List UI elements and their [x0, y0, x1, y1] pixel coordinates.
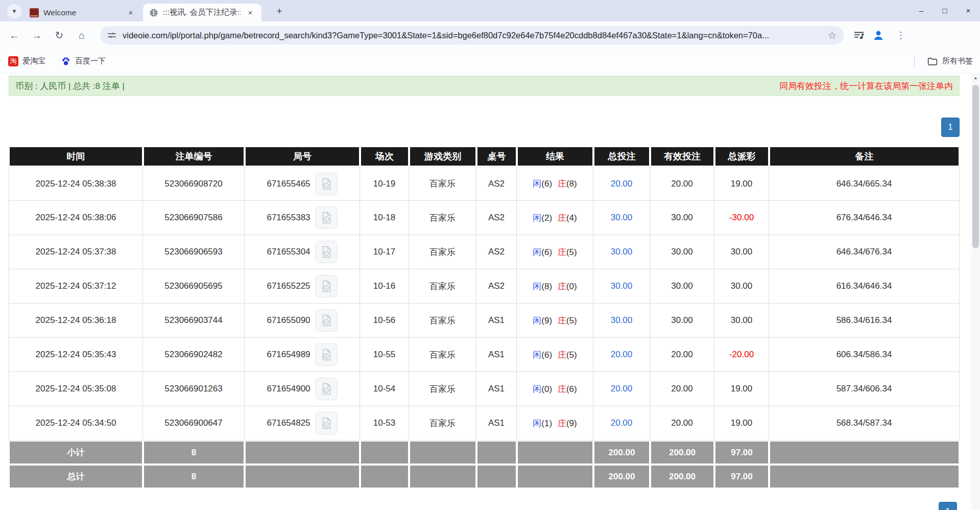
session-cell: 10-53: [360, 406, 409, 441]
maximize-button[interactable]: □: [933, 0, 957, 21]
round-number: 671654825: [267, 418, 310, 428]
table-number-cell: AS1: [476, 372, 517, 406]
valid-bet-cell: 20.00: [650, 372, 714, 406]
round-number: 671654900: [267, 384, 310, 394]
tab-betrecord[interactable]: :::视讯. 会员下注纪录::: ×: [143, 4, 261, 21]
all-bookmarks-label[interactable]: 所有书签: [942, 56, 973, 66]
globe-favicon-icon: [149, 8, 158, 17]
url-text[interactable]: videoie.com/ipl/portal.php/game/betrecor…: [123, 31, 823, 40]
col-total-bet: 总投注: [593, 146, 650, 167]
round-number: 671654989: [267, 350, 310, 360]
video-replay-button[interactable]: [315, 378, 338, 400]
player-score: (6): [541, 179, 555, 189]
home-button[interactable]: ⌂: [71, 25, 92, 45]
video-replay-button[interactable]: [315, 343, 338, 366]
bet-id: 523066906593: [143, 235, 245, 269]
player-result-label: 闲: [533, 247, 541, 257]
banker-result-label: 庄: [558, 384, 566, 394]
bet-id: 523066905695: [143, 269, 245, 304]
round-cell: 671655465: [245, 167, 360, 201]
result-cell: 闲(6) 庄(5): [517, 235, 593, 269]
table-row: 2025-12-24 05:37:38 523066906593 6716553…: [9, 235, 960, 269]
col-game-type: 游戏类别: [409, 146, 476, 167]
bet-id: 523066900647: [143, 406, 245, 441]
total-total-bet: 200.00: [593, 465, 650, 489]
remark-cell: 646.34/665.34: [769, 167, 960, 201]
video-replay-button[interactable]: [315, 206, 338, 229]
remark-cell: 616.34/646.34: [769, 269, 960, 304]
player-score: (6): [541, 247, 555, 257]
menu-icon[interactable]: ⋮: [891, 25, 911, 45]
address-bar[interactable]: videoie.com/ipl/portal.php/game/betrecor…: [100, 26, 844, 44]
round-number: 671655090: [267, 315, 310, 326]
tab-search-button[interactable]: ▾: [7, 4, 21, 18]
table-number-cell: AS1: [476, 406, 517, 441]
video-replay-button[interactable]: [315, 241, 338, 263]
player-score: (6): [541, 350, 555, 360]
bet-time: 2025-12-24 05:36:18: [9, 304, 143, 338]
bookmark-star-icon[interactable]: ☆: [828, 30, 836, 41]
site-info-icon[interactable]: [107, 31, 116, 40]
video-replay-button[interactable]: [315, 412, 338, 434]
bet-id: 523066903744: [143, 304, 245, 338]
pagination-page-1[interactable]: 1: [941, 118, 960, 137]
bet-id: 523066907586: [143, 201, 245, 235]
player-score: (8): [541, 282, 555, 291]
bookmark-taobao[interactable]: 淘 爱淘宝: [8, 56, 45, 66]
total-label: 总计: [9, 465, 143, 489]
forward-button[interactable]: →: [27, 25, 47, 45]
result-cell: 闲(6) 庄(5): [517, 338, 593, 372]
banker-result-label: 庄: [558, 213, 566, 223]
col-result: 结果: [517, 146, 593, 167]
minimize-button[interactable]: –: [910, 0, 933, 21]
back-button[interactable]: ←: [4, 25, 25, 45]
payout-cell: 30.00: [714, 304, 769, 338]
game-type-cell: 百家乐: [409, 338, 476, 372]
bookmark-baidu[interactable]: 百度一下: [61, 56, 106, 66]
tab-title: :::视讯. 会员下注纪录:::: [163, 7, 241, 18]
browser-toolbar: ← → ↻ ⌂ videoie.com/ipl/portal.php/game/…: [0, 21, 980, 49]
new-tab-button[interactable]: +: [273, 5, 286, 18]
bet-time: 2025-12-24 05:35:43: [9, 338, 143, 372]
close-window-button[interactable]: ×: [957, 0, 980, 21]
bet-records-table: 时间 注单编号 局号 场次 游戏类别 桌号 结果 总投注 有效投注 总派彩 备注…: [9, 146, 960, 489]
game-type-cell: 百家乐: [409, 304, 476, 338]
reload-button[interactable]: ↻: [49, 25, 69, 45]
result-cell: 闲(0) 庄(6): [517, 372, 593, 406]
video-replay-button[interactable]: [315, 173, 338, 195]
profile-avatar[interactable]: [871, 28, 886, 42]
scroll-up-arrow-icon[interactable]: ▲: [971, 74, 980, 83]
currency-summary: 币别 : 人民币 | 总共 :8 注单 |: [15, 80, 125, 92]
table-footer: 小计 8 200.00 200.00 97.00 总计 8 200.00 200…: [9, 441, 960, 489]
player-result-label: 闲: [533, 350, 541, 360]
table-row: 2025-12-24 05:34:50 523066900647 6716548…: [9, 406, 960, 441]
remark-cell: 676.34/646.34: [769, 201, 960, 235]
video-replay-button[interactable]: [315, 275, 338, 297]
pagination-bottom-page-1[interactable]: 1: [939, 502, 957, 510]
scrollbar-thumb[interactable]: [972, 85, 979, 248]
player-result-label: 闲: [533, 419, 541, 428]
page-scrollbar[interactable]: ▲: [971, 74, 980, 510]
valid-bet-cell: 30.00: [650, 201, 714, 235]
bet-time: 2025-12-24 05:38:38: [9, 167, 143, 201]
media-controls-icon[interactable]: [852, 28, 866, 42]
subtotal-label: 小计: [9, 441, 143, 465]
total-payout: 97.00: [714, 465, 769, 489]
tab-welcome[interactable]: Welcome ×: [23, 4, 142, 21]
remark-cell: 587.34/606.34: [769, 372, 960, 406]
banker-result-label: 庄: [558, 350, 566, 360]
payout-cell: -30.00: [714, 201, 769, 235]
table-number-cell: AS2: [476, 269, 517, 304]
round-number: 671655225: [267, 281, 310, 291]
bet-time: 2025-12-24 05:37:38: [9, 235, 143, 269]
tab-strip: ▾ Welcome × :::视讯. 会员下注纪录::: × + – □ ×: [0, 0, 980, 21]
close-tab-icon[interactable]: ×: [245, 8, 255, 18]
col-time: 时间: [9, 146, 143, 167]
divider: [914, 56, 915, 67]
banker-result-label: 庄: [558, 419, 566, 428]
close-tab-icon[interactable]: ×: [126, 8, 136, 18]
game-type-cell: 百家乐: [409, 235, 476, 269]
video-replay-button[interactable]: [315, 309, 338, 332]
round-number: 671655383: [267, 213, 310, 223]
round-number: 671655465: [267, 179, 310, 189]
